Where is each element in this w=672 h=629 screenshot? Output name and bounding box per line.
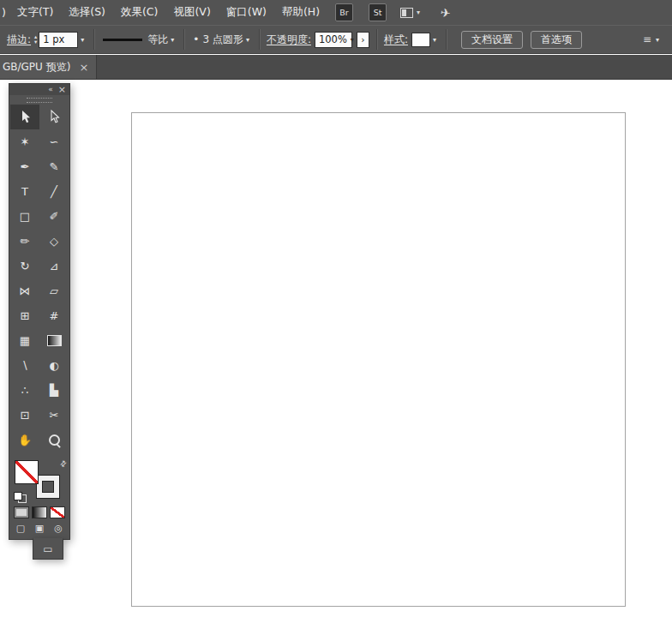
opacity-field[interactable]: 100% ▾ bbox=[315, 32, 352, 48]
tools-panel-header[interactable]: « × bbox=[9, 84, 69, 95]
stock-icon[interactable]: St bbox=[369, 3, 387, 21]
line-segment-tool[interactable]: ╱ bbox=[39, 179, 69, 204]
control-panel-menu[interactable]: ≡ ▾ bbox=[643, 33, 662, 45]
tools-panel: « × ✶ ∽ ✒ ✎ T ╱ □ ✐ ✏ ◇ ↻ ⊿ ⋈ ▱ ⊞ # ▦ ∖ bbox=[9, 83, 70, 540]
symbol-sprayer-tool[interactable]: ∴ bbox=[10, 378, 39, 403]
bridge-icon[interactable]: Br bbox=[335, 3, 353, 21]
direct-selection-tool[interactable] bbox=[39, 105, 69, 129]
menu-item-help[interactable]: 帮助(H) bbox=[274, 5, 327, 20]
type-icon: T bbox=[21, 186, 28, 197]
eraser-tool[interactable]: ◇ bbox=[39, 229, 69, 254]
menu-item-view[interactable]: 视图(V) bbox=[165, 5, 218, 20]
menu-item-type[interactable]: 文字(T) bbox=[9, 5, 61, 20]
hand-icon: ✋ bbox=[18, 434, 32, 446]
shape-builder-icon: ⊞ bbox=[21, 310, 30, 321]
collapse-panel-icon[interactable]: « bbox=[48, 86, 53, 93]
brush-dropdown-icon[interactable]: ▾ bbox=[243, 36, 252, 44]
opacity-more-button[interactable]: › bbox=[357, 32, 369, 48]
shape-builder-tool[interactable]: ⊞ bbox=[10, 303, 39, 328]
artboard[interactable] bbox=[131, 112, 626, 607]
column-graph-tool[interactable]: ▙ bbox=[39, 378, 69, 403]
symbol-sprayer-icon: ∴ bbox=[21, 385, 28, 396]
fill-swatch-none[interactable] bbox=[15, 460, 39, 484]
swap-fill-stroke-icon[interactable]: ⇄ bbox=[58, 458, 69, 469]
artboard-tool[interactable]: ⊡ bbox=[10, 403, 39, 428]
fill-stroke-indicator: ⇄ bbox=[9, 459, 69, 504]
brush-name-label[interactable]: 3 点圆形 bbox=[202, 33, 243, 47]
chevron-down-icon[interactable]: ▾ bbox=[417, 9, 420, 16]
stroke-label[interactable]: 描边: bbox=[7, 33, 31, 47]
magnifier-icon bbox=[49, 434, 60, 446]
close-icon[interactable]: × bbox=[79, 61, 88, 74]
hand-tool[interactable]: ✋ bbox=[10, 428, 39, 452]
default-fill-stroke-icon[interactable] bbox=[14, 492, 27, 503]
curvature-tool[interactable]: ✎ bbox=[39, 154, 69, 179]
separator bbox=[259, 29, 260, 50]
document-setup-button[interactable]: 文档设置 bbox=[461, 31, 523, 49]
menu-item-effect[interactable]: 效果(C) bbox=[113, 5, 165, 20]
none-button[interactable] bbox=[50, 506, 65, 518]
slice-tool[interactable]: ✂ bbox=[39, 403, 69, 428]
close-icon[interactable]: × bbox=[58, 85, 66, 94]
stroke-dropdown-icon[interactable]: ▾ bbox=[78, 36, 87, 44]
scale-icon: ⊿ bbox=[50, 261, 59, 272]
panel-grip[interactable] bbox=[27, 98, 52, 103]
draw-inside-icon[interactable]: ◎ bbox=[52, 523, 65, 534]
menu-item-partial[interactable]: ) bbox=[0, 6, 9, 19]
draw-behind-icon[interactable]: ▣ bbox=[33, 523, 46, 534]
rotate-icon: ↻ bbox=[21, 261, 30, 272]
free-transform-tool[interactable]: ▱ bbox=[39, 279, 69, 303]
menu-item-window[interactable]: 窗口(W) bbox=[219, 5, 274, 20]
stroke-swatch[interactable] bbox=[36, 475, 60, 499]
screen-mode-button[interactable]: ▭ bbox=[33, 538, 63, 560]
pen-tool[interactable]: ✒ bbox=[10, 154, 39, 179]
rocket-icon[interactable]: ✈ bbox=[440, 5, 452, 20]
preferences-button[interactable]: 首选项 bbox=[531, 31, 582, 49]
document-tab[interactable]: GB/GPU 预览) × bbox=[0, 55, 97, 79]
separator bbox=[93, 29, 94, 50]
profile-dropdown-icon[interactable]: ▾ bbox=[168, 36, 177, 44]
column-graph-icon: ▙ bbox=[50, 385, 58, 396]
selection-tool[interactable] bbox=[10, 105, 39, 129]
type-tool[interactable]: T bbox=[10, 179, 39, 204]
menu-item-select[interactable]: 选择(S) bbox=[61, 5, 113, 20]
brush-preview-icon: • bbox=[193, 33, 199, 45]
color-button[interactable] bbox=[14, 506, 29, 518]
width-profile-label[interactable]: 等比 bbox=[147, 33, 168, 47]
control-bar: 描边: ▴ ▾ 1 px ▾ 等比 ▾ • 3 点圆形 ▾ 不透明度: 100%… bbox=[0, 25, 672, 54]
pencil-icon: ✏ bbox=[21, 236, 30, 247]
stroke-stepper[interactable]: ▴ ▾ bbox=[34, 34, 37, 45]
mesh-tool[interactable]: ▦ bbox=[10, 328, 39, 353]
gradient-tool[interactable] bbox=[39, 328, 69, 353]
swatch-type-row bbox=[9, 506, 69, 518]
scale-tool[interactable]: ⊿ bbox=[39, 254, 69, 279]
rectangle-tool[interactable]: □ bbox=[10, 204, 39, 229]
style-swatch[interactable] bbox=[411, 33, 430, 47]
arrange-documents-icon[interactable] bbox=[400, 8, 413, 18]
width-tool[interactable]: ⋈ bbox=[10, 279, 39, 303]
style-label[interactable]: 样式: bbox=[384, 33, 408, 47]
opacity-label[interactable]: 不透明度: bbox=[267, 33, 311, 47]
pen-icon: ✒ bbox=[21, 161, 30, 172]
paintbrush-tool[interactable]: ✐ bbox=[39, 204, 69, 229]
width-profile-preview[interactable] bbox=[103, 39, 142, 41]
eyedropper-tool[interactable]: ∖ bbox=[10, 353, 39, 378]
stroke-width-field[interactable]: 1 px bbox=[39, 32, 78, 48]
opacity-dropdown-icon[interactable]: ▾ bbox=[351, 36, 354, 44]
pasteboard[interactable] bbox=[0, 80, 672, 629]
mesh-icon: ▦ bbox=[20, 335, 30, 346]
zoom-tool[interactable] bbox=[39, 428, 69, 452]
pencil-tool[interactable]: ✏ bbox=[10, 229, 39, 254]
eraser-icon: ◇ bbox=[50, 236, 58, 247]
lasso-tool[interactable]: ∽ bbox=[39, 129, 69, 154]
rotate-tool[interactable]: ↻ bbox=[10, 254, 39, 279]
perspective-grid-tool[interactable]: # bbox=[39, 303, 69, 328]
gradient-button[interactable] bbox=[32, 506, 47, 518]
panel-menu-dropdown-icon[interactable]: ▾ bbox=[653, 36, 662, 44]
step-down-icon[interactable]: ▾ bbox=[34, 39, 37, 45]
blend-tool[interactable]: ◐ bbox=[39, 353, 69, 378]
magic-wand-tool[interactable]: ✶ bbox=[10, 129, 39, 154]
draw-normal-icon[interactable]: ▢ bbox=[15, 523, 27, 534]
panel-menu-icon[interactable]: ≡ bbox=[643, 33, 651, 45]
style-dropdown-icon[interactable]: ▾ bbox=[430, 36, 439, 44]
